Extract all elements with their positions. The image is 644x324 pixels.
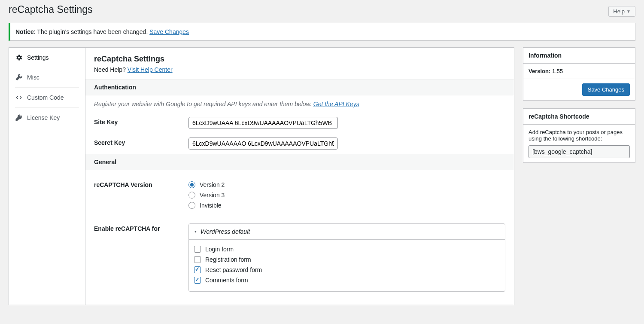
notice-prefix: Notice <box>15 28 34 35</box>
section-general: General <box>85 154 514 170</box>
form-comments-option[interactable]: Comments form <box>194 275 500 285</box>
form-reset-label: Reset password form <box>205 266 262 273</box>
chevron-down-icon: ▼ <box>626 9 631 14</box>
form-reset-checkbox[interactable] <box>194 266 201 273</box>
help-button[interactable]: Help ▼ <box>608 6 635 17</box>
tab-license-key-label: License Key <box>27 114 60 121</box>
version-label-side: Version: <box>529 68 550 74</box>
help-center-link[interactable]: Visit Help Center <box>128 66 173 73</box>
need-help-text: Need Help? <box>94 66 128 73</box>
accordion-title: WordPress default <box>200 228 250 235</box>
wordpress-default-accordion: ▾ WordPress default Login form <box>188 223 505 292</box>
information-heading: Information <box>523 48 635 64</box>
tab-misc-label: Misc <box>27 74 39 81</box>
shortcode-box: reCaptcha Shortcode Add reCaptcha to you… <box>523 108 635 163</box>
shortcode-text: Add reCaptcha to your posts or pages usi… <box>529 129 630 142</box>
tab-misc[interactable]: Misc <box>15 67 79 87</box>
triangle-down-icon: ▾ <box>194 229 196 234</box>
shortcode-value[interactable]: [bws_google_captcha] <box>529 145 630 158</box>
version-invisible-label: Invisible <box>200 202 222 209</box>
form-login-checkbox[interactable] <box>194 246 201 253</box>
information-box: Information Version: 1.55 Save Changes <box>523 47 635 101</box>
version-label: reCAPTCHA Version <box>94 180 188 188</box>
secret-key-input[interactable] <box>188 138 338 150</box>
version-v3-option[interactable]: Version 3 <box>188 190 505 200</box>
settings-panel: reCaptcha Settings Need Help? Visit Help… <box>85 48 514 305</box>
form-register-option[interactable]: Registration form <box>194 254 500 265</box>
notice-banner: Notice: The plugin's settings have been … <box>9 23 635 41</box>
notice-save-link[interactable]: Save Changes <box>149 28 189 35</box>
form-comments-checkbox[interactable] <box>194 277 201 284</box>
get-api-keys-link[interactable]: Get the API Keys <box>313 101 359 107</box>
site-key-label: Site Key <box>94 117 188 125</box>
page-title: reCaptcha Settings <box>9 3 93 21</box>
secret-key-label: Secret Key <box>94 138 188 146</box>
panel-heading: reCaptcha Settings <box>94 55 505 64</box>
notice-text: : The plugin's settings have been change… <box>34 28 149 35</box>
version-v2-option[interactable]: Version 2 <box>188 180 505 190</box>
key-icon <box>15 114 23 122</box>
version-v2-radio[interactable] <box>188 181 195 188</box>
help-button-label: Help <box>613 8 625 15</box>
enable-for-label: Enable reCAPTCHA for <box>94 223 188 232</box>
form-register-checkbox[interactable] <box>194 256 201 263</box>
wrench-icon <box>15 73 23 81</box>
gear-icon <box>15 54 23 61</box>
save-changes-button[interactable]: Save Changes <box>582 83 630 96</box>
tab-license-key[interactable]: License Key <box>15 107 79 128</box>
site-key-input[interactable] <box>188 117 338 129</box>
code-icon <box>15 94 23 101</box>
tab-settings-label: Settings <box>27 54 49 61</box>
tab-settings[interactable]: Settings <box>9 48 85 67</box>
version-invisible-option[interactable]: Invisible <box>188 200 505 211</box>
form-reset-option[interactable]: Reset password form <box>194 265 500 275</box>
form-comments-label: Comments form <box>205 277 248 284</box>
version-v3-label: Version 3 <box>200 192 225 199</box>
version-value: 1.55 <box>552 68 563 74</box>
version-v2-label: Version 2 <box>200 181 225 188</box>
tab-custom-code[interactable]: Custom Code <box>15 87 79 107</box>
section-authentication: Authentication <box>85 79 514 95</box>
accordion-toggle[interactable]: ▾ WordPress default <box>189 224 505 240</box>
form-login-option[interactable]: Login form <box>194 244 500 254</box>
form-login-label: Login form <box>205 246 234 253</box>
version-invisible-radio[interactable] <box>188 202 195 209</box>
shortcode-heading: reCaptcha Shortcode <box>523 109 635 125</box>
settings-tabs: Settings Misc Custom Code License Key <box>9 48 85 305</box>
auth-hint-text: Register your website with Google to get… <box>94 101 313 107</box>
tab-custom-code-label: Custom Code <box>27 94 64 101</box>
form-register-label: Registration form <box>205 256 251 263</box>
version-v3-radio[interactable] <box>188 192 195 199</box>
main-panel: Settings Misc Custom Code License Key re <box>9 47 514 305</box>
